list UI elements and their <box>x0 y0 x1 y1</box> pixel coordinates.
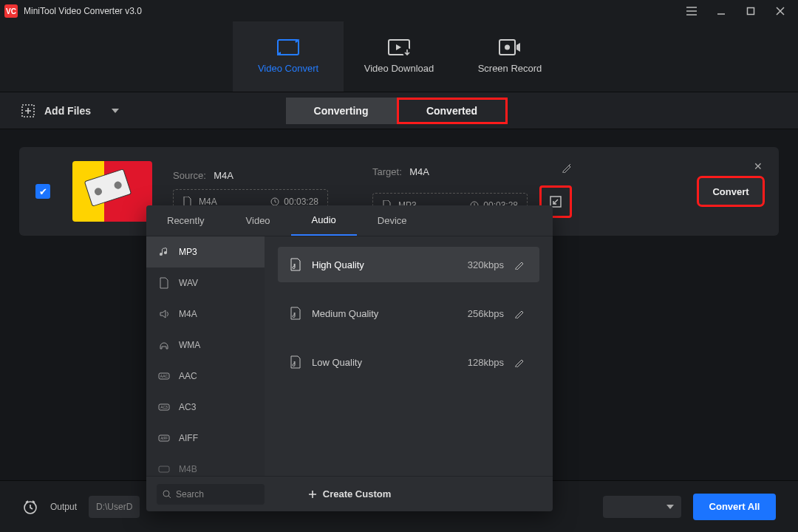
remove-file-button[interactable]: ✕ <box>754 160 763 172</box>
video-convert-icon <box>277 39 299 55</box>
create-custom-label: Create Custom <box>323 488 391 499</box>
target-format: M4A <box>409 166 429 177</box>
quality-rate: 256kbps <box>452 308 504 319</box>
format-list[interactable]: MP3 WAV M4A WMA AACAAC AC3AC3 AIFFAIFF M… <box>146 236 265 476</box>
svg-rect-17 <box>159 466 169 472</box>
edit-icon[interactable] <box>514 357 528 367</box>
app-title: MiniTool Video Converter v3.0 <box>24 6 678 16</box>
format-label: AAC <box>179 371 197 381</box>
nav-video-download[interactable]: Video Download <box>344 21 454 92</box>
search-placeholder: Search <box>176 489 204 499</box>
picker-tab-device[interactable]: Device <box>357 205 428 236</box>
svg-rect-1 <box>278 40 299 55</box>
edit-icon[interactable] <box>514 259 528 270</box>
format-label: WMA <box>179 340 200 350</box>
svg-marker-3 <box>396 44 401 50</box>
quality-label: High Quality <box>312 259 442 270</box>
add-files-icon <box>21 103 35 118</box>
plus-icon <box>308 490 317 499</box>
source-label: Source: <box>173 170 206 181</box>
output-format-dropdown[interactable] <box>603 496 681 518</box>
video-download-icon <box>388 39 410 55</box>
format-label: M4A <box>179 309 197 319</box>
nav-label: Video Download <box>364 63 434 74</box>
speaker-icon <box>158 308 170 320</box>
output-label: Output <box>50 502 77 512</box>
add-files-label: Add Files <box>44 105 91 117</box>
file-audio-icon <box>290 258 301 271</box>
format-label: AC3 <box>179 402 196 412</box>
quality-row-high[interactable]: High Quality 320kbps <box>278 247 539 282</box>
quality-row-medium[interactable]: Medium Quality 256kbps <box>278 296 539 331</box>
picker-tab-recently[interactable]: Recently <box>146 205 225 236</box>
aac-icon: AAC <box>158 370 170 382</box>
format-label: AIFF <box>179 433 198 443</box>
svg-rect-0 <box>748 8 754 15</box>
edit-icon[interactable] <box>514 308 528 318</box>
quality-row-low[interactable]: Low Quality 128kbps <box>278 344 539 380</box>
chevron-down-icon <box>666 505 674 509</box>
convert-button[interactable]: Convert <box>699 178 763 205</box>
format-item-m4a[interactable]: M4A <box>146 299 265 330</box>
format-item-wma[interactable]: WMA <box>146 330 265 361</box>
format-item-aiff[interactable]: AIFFAIFF <box>146 423 265 454</box>
menu-button[interactable] <box>678 1 705 21</box>
format-item-m4b[interactable]: M4B <box>146 454 265 476</box>
target-label: Target: <box>372 166 402 177</box>
create-custom-button[interactable]: Create Custom <box>308 488 391 499</box>
quality-label: Medium Quality <box>312 308 442 319</box>
add-files-button[interactable]: Add Files <box>21 103 119 118</box>
ac3-icon: AC3 <box>158 401 170 413</box>
quality-rate: 128kbps <box>452 357 504 368</box>
svg-point-6 <box>505 45 510 50</box>
nav-video-convert[interactable]: Video Convert <box>233 21 344 92</box>
main-nav: Video Convert Video Download Screen Reco… <box>0 22 798 92</box>
picker-footer: Search Create Custom <box>146 476 553 511</box>
search-icon <box>163 490 171 499</box>
toolbar: Add Files Converting Converted <box>0 92 798 129</box>
format-item-wav[interactable]: WAV <box>146 267 265 299</box>
file-audio-icon <box>290 355 301 369</box>
source-format: M4A <box>214 170 233 181</box>
tab-converting[interactable]: Converting <box>286 98 397 124</box>
quality-label: Low Quality <box>312 357 442 368</box>
svg-point-18 <box>163 491 169 497</box>
picker-tab-video[interactable]: Video <box>225 205 291 236</box>
picker-tab-audio[interactable]: Audio <box>291 205 357 236</box>
format-item-aac[interactable]: AACAAC <box>146 361 265 392</box>
file-icon <box>158 463 170 475</box>
quality-rate: 320kbps <box>452 259 504 270</box>
format-picker: Recently Video Audio Device MP3 WAV M4A … <box>146 205 553 511</box>
format-item-mp3[interactable]: MP3 <box>146 236 265 267</box>
app-logo: VC <box>4 4 18 18</box>
svg-text:AAC: AAC <box>160 374 168 378</box>
close-button[interactable] <box>767 1 794 21</box>
format-label: M4B <box>179 464 197 474</box>
edit-target-icon[interactable] <box>562 163 572 173</box>
format-label: WAV <box>179 278 198 288</box>
format-item-ac3[interactable]: AC3AC3 <box>146 392 265 423</box>
nav-label: Video Convert <box>258 63 318 74</box>
aiff-icon: AIFF <box>158 432 170 444</box>
file-checkbox[interactable]: ✔ <box>35 184 50 199</box>
quality-list: High Quality 320kbps Medium Quality 256k… <box>265 236 553 476</box>
maximize-button[interactable] <box>737 1 764 21</box>
tab-converted[interactable]: Converted <box>397 98 508 124</box>
screen-record-icon <box>499 39 521 55</box>
picker-tabs: Recently Video Audio Device <box>146 205 553 236</box>
file-thumbnail <box>72 161 152 222</box>
minimize-button[interactable] <box>708 1 734 21</box>
titlebar: VC MiniTool Video Converter v3.0 <box>0 0 798 22</box>
format-label: MP3 <box>179 247 197 257</box>
svg-text:AIFF: AIFF <box>160 437 168 440</box>
svg-text:AC3: AC3 <box>160 405 168 409</box>
convert-all-button[interactable]: Convert All <box>693 494 776 520</box>
output-path[interactable]: D:\UserD <box>89 496 140 518</box>
search-input[interactable]: Search <box>157 484 265 505</box>
file-audio-icon <box>290 307 301 320</box>
nav-label: Screen Record <box>478 63 542 74</box>
file-icon <box>158 277 170 289</box>
nav-screen-record[interactable]: Screen Record <box>454 21 565 92</box>
music-icon <box>158 246 170 258</box>
clock-icon[interactable] <box>22 499 38 515</box>
